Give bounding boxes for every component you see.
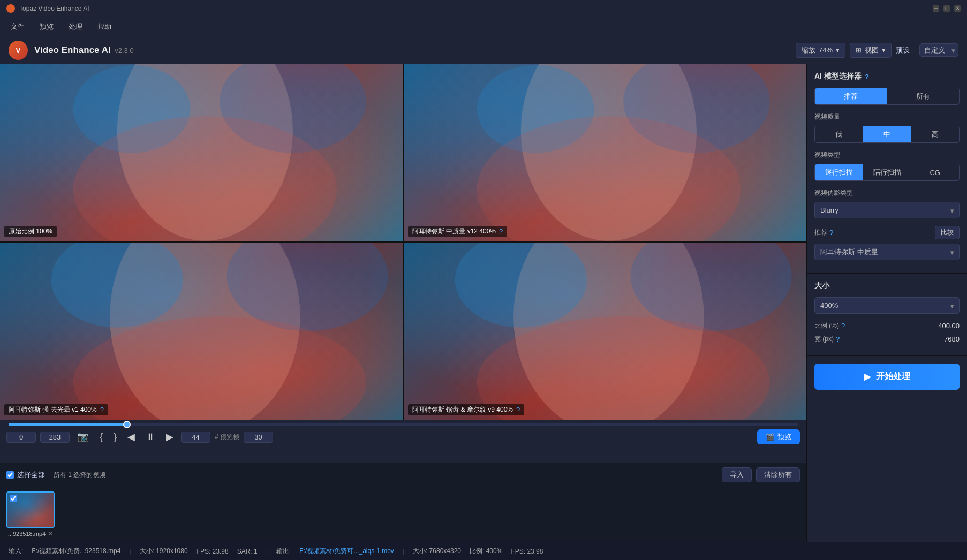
mark-in-button[interactable]: { [96, 430, 106, 444]
preview-frame-input[interactable]: 30 [244, 432, 273, 443]
recommend-row: 推荐 ? 比较 [814, 226, 960, 239]
frame-start-input[interactable]: 0 [6, 432, 36, 443]
controls-row: 0 283 📷 { } ◀ ⏸ ▶ 44 # 预览帧 30 🎬 预览 [6, 429, 800, 444]
screenshot-button[interactable]: 📷 [74, 430, 92, 444]
width-label: 宽 (px) ? [814, 335, 840, 344]
status-output-label: 输出: [276, 547, 291, 556]
menu-file[interactable]: 文件 [4, 20, 31, 34]
recommend-select[interactable]: 阿耳特弥斯 中质量 [814, 244, 960, 260]
menu-help[interactable]: 帮助 [91, 20, 118, 34]
tab-all[interactable]: 所有 [887, 88, 960, 104]
preview-button[interactable]: 🎬 预览 [757, 429, 800, 444]
video-label-top-right: 阿耳特弥斯 中质量 v12 400% ? [408, 226, 507, 237]
maximize-button[interactable]: □ [943, 5, 950, 12]
close-button[interactable]: ✕ [954, 5, 961, 12]
menu-process[interactable]: 处理 [62, 20, 89, 34]
view-chevron-icon: ▾ [882, 46, 886, 54]
type-progressive[interactable]: 逐行扫描 [815, 164, 863, 180]
preset-label: 预设 [896, 46, 910, 55]
ai-model-section: AI 模型选择器 ? 推荐 所有 视频质量 低 中 高 视频类型 逐行扫描 隔行… [807, 64, 967, 274]
select-all-text: 选择全部 [17, 470, 45, 480]
title-bar-controls: ─ □ ✕ [933, 5, 961, 12]
video-label-text-bottom-right: 阿耳特弥斯 锯齿 & 摩尔纹 v9 400% [412, 405, 513, 414]
info-icon-bottom-right[interactable]: ? [516, 406, 520, 414]
face-overlay-br [404, 243, 806, 420]
main-layout: 原始比例 100% 阿耳特弥斯 中质量 v12 400% ? [0, 64, 967, 542]
width-row: 宽 (px) ? 7680 [814, 335, 960, 344]
info-icon-bottom-left[interactable]: ? [100, 406, 104, 414]
file-list-items: ...923518.mp4 ✕ [0, 487, 806, 542]
minimize-button[interactable]: ─ [933, 5, 939, 12]
size-title: 大小 [814, 281, 960, 291]
status-output-path: F:/视频素材/免费可..._alqs-1.mov [299, 547, 394, 556]
file-thumbnail [6, 491, 55, 528]
logo-text: V [16, 46, 20, 55]
status-output-fps: FPS: 23.98 [511, 548, 543, 555]
preset-chevron-icon: ▾ [951, 46, 955, 54]
video-panel-top-left: 原始比例 100% [0, 64, 403, 241]
select-all-label[interactable]: 选择全部 [6, 470, 45, 480]
file-count: 所有 1 选择的视频 [54, 471, 105, 480]
zoom-control[interactable]: 缩放 74% ▾ [796, 43, 845, 58]
ai-model-help-icon[interactable]: ? [865, 73, 869, 81]
header-actions: 导入 清除所有 [722, 467, 800, 482]
type-interlaced[interactable]: 隔行扫描 [863, 164, 911, 180]
zoom-chevron-icon: ▾ [836, 46, 840, 54]
view-control[interactable]: ⊞ 视图 ▾ [850, 43, 892, 58]
timeline-bar[interactable] [9, 423, 798, 426]
recommend-help-icon[interactable]: ? [829, 229, 833, 237]
video-type-label: 视频类型 [814, 150, 960, 160]
info-icon-top-right[interactable]: ? [499, 228, 503, 236]
type-row: 逐行扫描 隔行扫描 CG [814, 164, 960, 181]
size-select[interactable]: 400% [814, 297, 960, 314]
width-help-icon[interactable]: ? [836, 335, 840, 343]
mark-out-button[interactable]: } [110, 430, 120, 444]
video-label-text-bottom-left: 阿耳特弥斯 强 去光晕 v1 400% [9, 405, 97, 414]
scale-label: 比例 (%) ? [814, 321, 845, 330]
process-button[interactable]: ▶ 开始处理 [814, 364, 960, 390]
timeline-thumb[interactable] [123, 421, 131, 428]
video-panel-bottom-right: 阿耳特弥斯 锯齿 & 摩尔纹 v9 400% ? [404, 243, 806, 420]
ai-model-title: AI 模型选择器 ? [814, 72, 960, 81]
clear-button[interactable]: 清除所有 [756, 467, 800, 482]
file-name: ...923518.mp4 [8, 531, 46, 537]
next-frame-button[interactable]: ▶ [163, 430, 177, 444]
process-button-label: 开始处理 [876, 371, 910, 382]
scale-value: 400.00 [938, 322, 960, 330]
file-delete-icon[interactable]: ✕ [48, 530, 53, 538]
face-overlay-tl [0, 64, 403, 241]
video-grid: 原始比例 100% 阿耳特弥斯 中质量 v12 400% ? [0, 64, 806, 420]
quality-mid[interactable]: 中 [863, 126, 911, 142]
quality-high[interactable]: 高 [911, 126, 959, 142]
file-checkbox[interactable] [10, 495, 17, 502]
select-all-checkbox[interactable] [6, 471, 14, 479]
preview-frame-label: # 预览帧 [215, 433, 239, 442]
film-type-select[interactable]: Blurry [814, 202, 960, 218]
pause-button[interactable]: ⏸ [142, 430, 158, 444]
header-controls: 缩放 74% ▾ ⊞ 视图 ▾ 预设 自定义 ▾ [796, 43, 958, 58]
face-overlay-tr [404, 64, 806, 241]
quality-row: 低 中 高 [814, 126, 960, 143]
view-label: 视图 [865, 46, 879, 55]
video-panel-top-right: 阿耳特弥斯 中质量 v12 400% ? [404, 64, 806, 241]
import-button[interactable]: 导入 [722, 467, 752, 482]
prev-frame-button[interactable]: ◀ [124, 430, 138, 444]
file-list-header: 选择全部 所有 1 选择的视频 导入 清除所有 [0, 463, 806, 487]
menu-preview[interactable]: 预览 [33, 20, 60, 34]
compare-button[interactable]: 比较 [935, 226, 960, 239]
current-frame-input[interactable]: 44 [181, 432, 210, 443]
model-tab-row: 推荐 所有 [814, 88, 960, 105]
zoom-value: 74% [819, 46, 833, 54]
quality-low[interactable]: 低 [815, 126, 863, 142]
preview-icon: 🎬 [766, 433, 774, 441]
file-info: ...923518.mp4 ✕ [8, 530, 53, 538]
tab-recommended[interactable]: 推荐 [815, 88, 887, 104]
status-bar: 输入: F:/视频素材/免费...923518.mp4 | 大小: 1920x1… [0, 542, 967, 560]
frame-end-input[interactable]: 283 [40, 432, 70, 443]
video-quality-label: 视频质量 [814, 112, 960, 122]
scale-help-icon[interactable]: ? [841, 322, 845, 330]
process-icon: ▶ [864, 372, 871, 382]
status-input-size: 大小: 1920x1080 [140, 547, 188, 556]
video-label-top-left: 原始比例 100% [4, 226, 57, 237]
type-cg[interactable]: CG [911, 164, 959, 180]
